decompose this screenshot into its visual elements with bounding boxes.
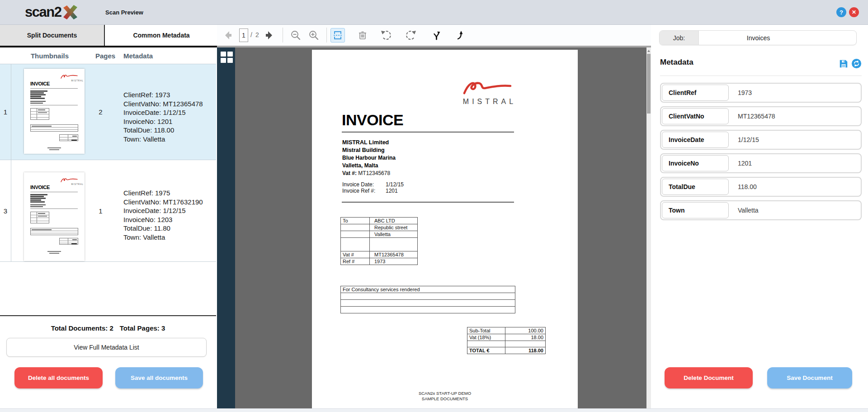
scan2x-window: scan2 Scan Preview ? ✕ Split Documents C…: [0, 0, 868, 412]
invoice-date-label: Invoice Date:: [342, 181, 374, 188]
scan2x-x-icon: [61, 4, 79, 23]
rotate-left-button[interactable]: [379, 28, 393, 43]
job-field[interactable]: Invoices Job:: [659, 30, 857, 45]
company-line: Blue Harbour Marina: [342, 154, 396, 162]
invoice-vat-line: Vat #: MT12345678: [342, 170, 390, 176]
trash-icon: [357, 30, 368, 41]
save-metadata-icon[interactable]: [839, 59, 849, 71]
split-document-button[interactable]: [429, 28, 444, 43]
metadata-field-totaldue: TotalDue 118.00: [660, 177, 862, 197]
document-thumbnail[interactable]: MISTRAL INVOICE: [24, 69, 85, 154]
field-value[interactable]: Valletta: [738, 201, 759, 219]
field-value[interactable]: 1/12/15: [738, 131, 759, 149]
column-header-thumbnails: Thumbnails: [25, 52, 75, 60]
tab-split-documents[interactable]: Split Documents: [0, 25, 105, 46]
split-documents-panel: Thumbnails Pages Metadata 1 MISTRAL INVO…: [0, 47, 217, 412]
toolbar-separator: [283, 28, 283, 43]
next-page-icon: [263, 30, 273, 40]
next-page-button[interactable]: [260, 28, 275, 43]
split-page-icon: [332, 30, 343, 41]
field-label: InvoiceDate: [662, 132, 729, 148]
save-document-button[interactable]: Save Document: [767, 367, 852, 388]
total-pages: Total Pages: 3: [120, 324, 165, 332]
previous-page-button[interactable]: [222, 28, 237, 43]
rotate-left-icon: [380, 29, 392, 41]
panel-divider: [0, 315, 216, 316]
document-thumbnail[interactable]: MISTRAL INVOICE: [24, 172, 85, 261]
invoice-title: INVOICE: [342, 111, 403, 129]
help-button[interactable]: ?: [836, 7, 846, 17]
zoom-out-button[interactable]: [288, 28, 303, 43]
meta-line: InvoiceNo: 1203: [123, 215, 203, 224]
metadata-field-clientvatno: ClientVatNo MT12365478: [660, 106, 862, 126]
invoice-company-block: MISTRAL Limited Mistral Building Blue Ha…: [342, 139, 396, 170]
invoice-rule: [342, 202, 514, 203]
split-page-button[interactable]: [330, 28, 345, 43]
view-full-metadata-button[interactable]: View Full Metadata List: [6, 338, 207, 357]
meta-line: TotalDue: 118.00: [123, 126, 203, 135]
invoice-to-table: ToABC LTD Republic street Valletta Vat #…: [340, 217, 418, 265]
document-row-selected[interactable]: 1 MISTRAL INVOICE 2 ClientRef: 1973 Clie…: [0, 64, 216, 160]
rotate-right-icon: [405, 29, 417, 41]
vat-label: Vat #:: [342, 170, 357, 176]
invoice-date-row: Invoice Date:1/12/15: [342, 181, 478, 188]
rotate-right-button[interactable]: [404, 28, 418, 43]
company-line: MISTRAL Limited: [342, 139, 396, 147]
page-number-input[interactable]: [239, 28, 248, 42]
meta-line: ClientVatNo: MT12365478: [123, 99, 203, 109]
totals-summary: Total Documents: 2Total Pages: 3: [0, 324, 216, 332]
merge-document-icon: [455, 30, 466, 41]
thumb-brand-text: MISTRAL: [71, 80, 84, 82]
bottom-strip: [0, 408, 868, 412]
merge-document-button[interactable]: [453, 28, 468, 43]
page-total: 2: [255, 31, 259, 38]
zoom-in-icon: [308, 30, 319, 41]
metadata-divider: [660, 76, 862, 76]
floppy-disk-icon: [839, 59, 849, 69]
thumb-invoice-title: INVOICE: [30, 81, 50, 86]
document-page-count: 2: [88, 64, 113, 160]
page-divider: /: [250, 31, 252, 38]
invoice-page[interactable]: MISTRAL INVOICE MISTRAL Limited Mistral …: [312, 50, 578, 409]
scan2x-logo: scan2: [25, 4, 79, 23]
footer-line: SAMPLE DOCUMENTS: [312, 396, 578, 402]
refresh-metadata-icon[interactable]: [851, 58, 862, 71]
scrollbar-thumb[interactable]: [647, 54, 651, 114]
page-title: Scan Preview: [105, 9, 143, 16]
close-button[interactable]: ✕: [849, 7, 859, 17]
preview-scrollbar[interactable]: [646, 47, 651, 412]
scrollbar-up-icon[interactable]: [647, 50, 650, 52]
metadata-field-clientref: ClientRef 1973: [660, 83, 862, 103]
document-index: 1: [0, 64, 11, 160]
field-label: Town: [662, 202, 729, 218]
metadata-panel: Invoices Job: Metadata ClientRef 1973 Cl…: [651, 25, 868, 412]
field-value[interactable]: MT12365478: [738, 107, 775, 125]
meta-line: ClientRef: 1973: [123, 90, 203, 99]
meta-line: TotalDue: 11.80: [123, 224, 203, 233]
field-value[interactable]: 1201: [738, 154, 752, 172]
delete-page-button[interactable]: [355, 28, 370, 43]
delete-document-button[interactable]: Delete Document: [665, 367, 753, 388]
thumb-invoice-title: INVOICE: [30, 185, 50, 190]
tab-common-metadata[interactable]: Common Metadata: [106, 25, 217, 46]
meta-line: ClientRef: 1975: [123, 189, 203, 198]
zoom-in-button[interactable]: [307, 28, 321, 43]
field-label: ClientVatNo: [662, 108, 729, 124]
metadata-field-invoicedate: InvoiceDate 1/12/15: [660, 130, 862, 150]
delete-all-documents-button[interactable]: Delete all documents: [14, 367, 103, 388]
field-label: ClientRef: [662, 85, 729, 101]
meta-line: InvoiceDate: 1/12/15: [123, 206, 203, 215]
invoice-ref-label: Invoice Ref #:: [342, 188, 375, 194]
mistral-logo-icon: [462, 79, 513, 97]
field-value[interactable]: 118.00: [738, 178, 757, 196]
top-bar: scan2 Scan Preview ? ✕: [0, 0, 868, 25]
meta-line: Town: Valletta: [123, 135, 203, 144]
total-documents: Total Documents: 2: [51, 324, 113, 332]
field-value[interactable]: 1973: [738, 84, 752, 102]
grid-view-icon[interactable]: [220, 51, 234, 64]
invoice-date-value: 1/12/15: [386, 181, 404, 188]
invoice-ref-value: 1201: [386, 188, 398, 194]
vat-value: MT12345678: [358, 170, 390, 176]
document-row[interactable]: 3 MISTRAL INVOICE 1 ClientRef: 1975 Clie…: [0, 160, 216, 262]
save-all-documents-button[interactable]: Save all documents: [115, 367, 203, 388]
